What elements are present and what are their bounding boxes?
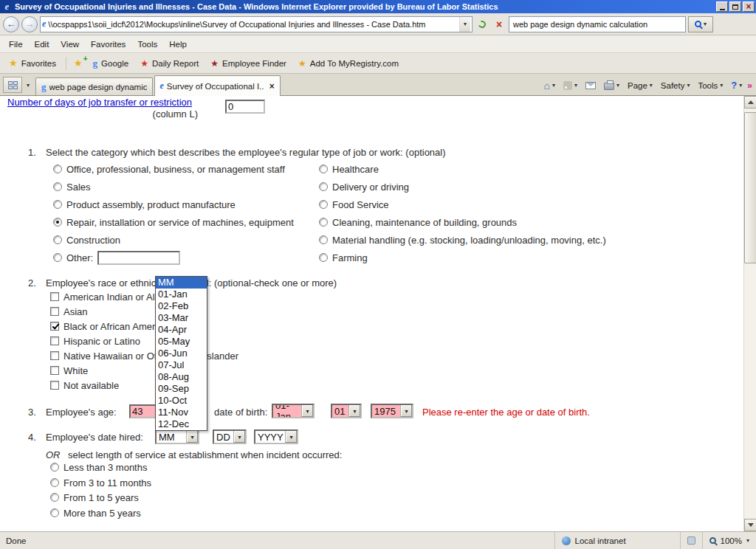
days-transfer-link[interactable]: Number of days of job transfer or restri…	[7, 97, 192, 108]
dropdown-arrow-icon[interactable]: ▾	[233, 431, 245, 443]
favorites-item-myregistry[interactable]: ★ Add To MyRegistry.com	[293, 57, 404, 70]
scrollbar-thumb[interactable]	[744, 112, 756, 263]
scroll-up-button[interactable]	[744, 96, 756, 108]
hired-year-select[interactable]: YYYY▾	[254, 429, 298, 444]
month-option[interactable]: 04-Apr	[156, 324, 207, 336]
stop-button[interactable]: ×	[492, 16, 506, 32]
tab-close-icon[interactable]: ×	[269, 81, 275, 92]
dropdown-arrow-icon[interactable]: ▾	[301, 405, 313, 417]
address-dropdown-icon[interactable]: ▾	[459, 17, 470, 32]
month-option[interactable]: 05-May	[156, 336, 207, 348]
month-option[interactable]: 01-Jan	[156, 289, 207, 300]
address-url[interactable]: \\ocspapps1\soii_idcf\2012\Mockups\inlin…	[48, 20, 457, 29]
q1-option[interactable]: Food Service	[319, 198, 389, 210]
quick-tabs-button[interactable]	[3, 77, 22, 93]
search-button[interactable]: ▾	[688, 16, 713, 32]
dob-day-select[interactable]: 01▾	[331, 404, 362, 418]
dropdown-arrow-icon[interactable]: ▾	[285, 431, 297, 443]
menu-help[interactable]: Help	[163, 38, 193, 51]
days-transfer-input[interactable]	[225, 100, 265, 114]
favorites-button[interactable]: ★ Favorites	[3, 56, 62, 70]
q1-other-input[interactable]	[97, 251, 180, 265]
q2-option[interactable]: Hispanic or Latino	[50, 335, 140, 347]
print-button[interactable]: ▾	[600, 79, 623, 92]
radio-icon	[53, 182, 62, 191]
toolbar-overflow-icon[interactable]: »	[747, 80, 752, 91]
q2-option[interactable]: Native Hawaiian or Other Pacific Islande…	[50, 350, 238, 362]
chevron-down-icon: ▾	[739, 83, 742, 89]
tab-inactive[interactable]: g web page design dynamic ca...	[35, 77, 153, 95]
address-bar[interactable]: e \\ocspapps1\soii_idcf\2012\Mockups\inl…	[40, 16, 472, 32]
q1-option-other[interactable]: Other:	[53, 252, 180, 263]
forward-button[interactable]: →	[21, 16, 38, 32]
menu-file[interactable]: File	[3, 38, 29, 51]
dropdown-arrow-icon[interactable]: ▾	[348, 405, 360, 417]
zoom-dropdown-icon[interactable]: ▾	[746, 538, 749, 544]
menu-edit[interactable]: Edit	[29, 38, 55, 51]
radio-icon	[319, 253, 328, 262]
q1-option[interactable]: Office, professional, business, or manag…	[53, 163, 285, 175]
menu-favorites[interactable]: Favorites	[85, 38, 131, 51]
month-option[interactable]: 07-Jul	[156, 359, 207, 371]
dropdown-arrow-icon[interactable]: ▾	[186, 431, 198, 443]
month-option[interactable]: 12-Dec	[156, 418, 207, 430]
help-button[interactable]: ?▾	[727, 78, 746, 92]
vertical-scrollbar[interactable]	[743, 96, 756, 531]
home-button[interactable]: ⌂▾	[540, 79, 558, 92]
zoom-button[interactable]: 100% ▾	[702, 532, 756, 549]
q1-option[interactable]: Product assembly, product manufacture	[53, 198, 236, 210]
month-option[interactable]: 09-Sep	[156, 383, 207, 395]
q1-option[interactable]: Construction	[53, 234, 120, 246]
favorites-item-google[interactable]: g Google	[88, 56, 134, 70]
dob-year-select[interactable]: 1975▾	[371, 404, 413, 418]
add-to-favorites-bar-button[interactable]: ★ +	[70, 57, 86, 69]
q1-option[interactable]: Delivery or driving	[319, 181, 409, 193]
month-option-selected[interactable]: MM	[156, 277, 207, 289]
favorites-item-employee-finder[interactable]: ★ Employee Finder	[205, 57, 292, 70]
tools-menu-button[interactable]: Tools▾	[694, 80, 726, 92]
menu-tools[interactable]: Tools	[131, 38, 163, 51]
q1-option-selected[interactable]: Repair, installation or service of machi…	[53, 216, 294, 228]
favorites-item-daily-report[interactable]: ★ Daily Report	[135, 57, 204, 70]
q1-option[interactable]: Material handling (e.g. stocking, loadin…	[319, 234, 606, 246]
q1-option[interactable]: Farming	[319, 252, 368, 263]
page-menu-button[interactable]: Page▾	[624, 80, 656, 92]
hired-month-select[interactable]: MM▾	[155, 429, 199, 444]
q2-option[interactable]: White	[50, 365, 88, 376]
q2-option[interactable]: Asian	[50, 305, 88, 317]
maximize-button[interactable]	[729, 1, 741, 12]
q1-option[interactable]: Sales	[53, 181, 91, 193]
dropdown-arrow-icon[interactable]: ▾	[400, 405, 412, 417]
search-text: web page design dynamic calculation	[513, 20, 647, 29]
q4-option[interactable]: From 1 to 5 years	[50, 491, 139, 503]
scroll-down-button[interactable]	[744, 519, 756, 531]
month-option[interactable]: 06-Jun	[156, 348, 207, 359]
menu-view[interactable]: View	[55, 38, 85, 51]
q3-age-label: Employee's age:	[46, 407, 117, 418]
search-input[interactable]: web page design dynamic calculation	[509, 16, 686, 32]
refresh-button[interactable]	[475, 16, 489, 32]
hired-day-select[interactable]: DD▾	[213, 429, 247, 444]
radio-icon	[50, 493, 59, 502]
month-option[interactable]: 03-Mar	[156, 312, 207, 324]
month-option[interactable]: 10-Oct	[156, 395, 207, 407]
q4-option[interactable]: Less than 3 months	[50, 461, 147, 473]
q4-option[interactable]: More than 5 years	[50, 507, 141, 519]
dob-month-select[interactable]: 01-Jan▾	[272, 404, 315, 418]
minimize-button[interactable]	[716, 1, 728, 12]
read-mail-button[interactable]	[582, 80, 599, 91]
q1-option[interactable]: Healthcare	[319, 163, 379, 175]
q4-option[interactable]: From 3 to 11 months	[50, 477, 151, 488]
feeds-button[interactable]: ▾	[560, 80, 581, 92]
q2-option[interactable]: Not available	[50, 379, 119, 391]
safety-menu-button[interactable]: Safety▾	[657, 80, 694, 92]
tab-list-button[interactable]: ▾	[22, 77, 34, 93]
close-button[interactable]: ×	[743, 1, 755, 12]
month-option[interactable]: 08-Aug	[156, 371, 207, 383]
stop-icon: ×	[496, 19, 502, 30]
month-option[interactable]: 11-Nov	[156, 407, 207, 418]
month-option[interactable]: 02-Feb	[156, 300, 207, 312]
q1-option[interactable]: Cleaning, maintenance of building, groun…	[319, 216, 517, 228]
back-button[interactable]: ←	[3, 16, 19, 32]
tab-active[interactable]: e Survey of Occupational I... ×	[154, 75, 281, 96]
